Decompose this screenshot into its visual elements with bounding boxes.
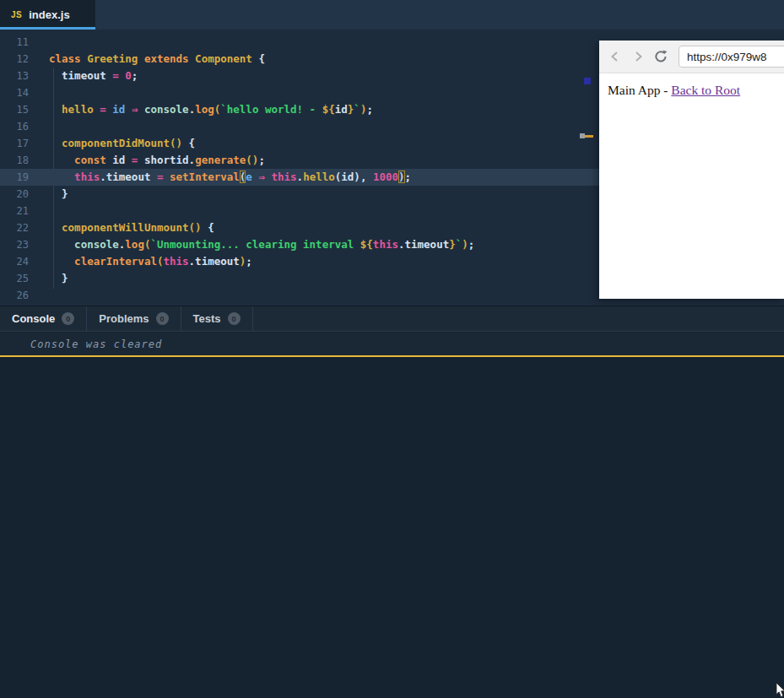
code-token: clearInterval <box>49 255 157 268</box>
code-token: timeout <box>106 170 157 183</box>
code-token: { <box>182 137 195 149</box>
code-text: componentWillUnmount() { <box>49 221 214 234</box>
line-number[interactable]: 11 <box>0 36 29 48</box>
line-number[interactable]: 20 <box>0 188 29 200</box>
code-token: this <box>271 170 296 183</box>
code-token: componentDidMount <box>49 137 170 149</box>
tab-index-js[interactable]: JS index.js <box>0 0 95 30</box>
code-token: timeout <box>405 238 450 251</box>
back-to-root-link[interactable]: Back to Root <box>671 83 740 97</box>
code-token: . <box>189 154 196 166</box>
code-token: ) <box>354 170 360 183</box>
code-token: ⇒ <box>258 170 265 183</box>
refresh-icon <box>653 49 668 64</box>
line-number[interactable]: 17 <box>0 138 29 149</box>
line-number[interactable]: 19 <box>0 171 29 183</box>
line-number[interactable]: 23 <box>0 239 29 251</box>
code-token: extends <box>144 52 195 65</box>
console-tab-console[interactable]: Console0 <box>0 306 87 331</box>
line-number[interactable]: 21 <box>0 205 29 217</box>
back-icon <box>608 49 623 64</box>
line-number[interactable]: 26 <box>0 289 29 301</box>
tab-count-badge: 0 <box>156 312 169 325</box>
mouse-cursor <box>776 683 784 698</box>
code-token: generate <box>195 154 246 166</box>
line-number[interactable]: 14 <box>0 87 29 99</box>
code-text: class Greeting extends Component { <box>49 52 265 65</box>
console-tab-label: Problems <box>99 312 149 325</box>
refresh-button[interactable] <box>653 49 668 64</box>
browser-toolbar <box>599 41 784 73</box>
code-token: ${ <box>322 103 335 116</box>
line-number[interactable]: 18 <box>0 154 29 166</box>
code-token: } <box>49 187 68 200</box>
code-token: { <box>202 221 214 234</box>
console-cleared-message: Console was cleared <box>30 338 162 350</box>
code-token: ; <box>246 255 252 268</box>
console-output-row: Console was cleared <box>0 333 784 355</box>
code-token: = <box>112 69 119 82</box>
code-token: const <box>49 154 112 166</box>
code-token: id <box>335 103 348 116</box>
code-token: componentWillUnmount <box>49 221 189 234</box>
overview-ruler-marker <box>584 78 591 84</box>
console-tab-tests[interactable]: Tests0 <box>181 306 253 331</box>
tab-count-badge: 0 <box>62 312 74 325</box>
code-token: Component <box>195 52 258 65</box>
code-token: , <box>360 170 373 183</box>
code-token: shortid <box>138 154 188 166</box>
file-tab-bar: JS index.js <box>0 0 784 30</box>
forward-icon <box>630 49 646 64</box>
code-token: . <box>189 255 196 268</box>
code-token: . <box>100 170 106 183</box>
console-body[interactable] <box>0 357 784 698</box>
code-token: timeout <box>195 255 240 268</box>
code-token: ; <box>258 154 265 166</box>
code-token <box>138 103 144 116</box>
line-number[interactable]: 16 <box>0 121 29 133</box>
code-token: this <box>163 255 188 268</box>
code-token: ) <box>398 170 405 183</box>
javascript-file-icon: JS <box>11 10 22 19</box>
code-token: ` <box>354 103 360 116</box>
line-number[interactable]: 25 <box>0 273 29 284</box>
back-button[interactable] <box>608 49 623 64</box>
code-token: id <box>112 103 125 116</box>
console-tab-label: Tests <box>193 312 221 325</box>
console-panel-tabs: Console0Problems0Tests0 <box>0 306 784 332</box>
code-token: this <box>373 238 398 251</box>
console-tab-problems[interactable]: Problems0 <box>87 306 181 331</box>
preview-content: Main App - Back to Root <box>599 73 784 107</box>
code-token: console <box>49 238 119 251</box>
code-token: ; <box>132 69 138 82</box>
code-token: . <box>398 238 405 251</box>
code-token: setInterval <box>170 170 240 183</box>
forward-button[interactable] <box>630 49 646 64</box>
code-token: hello <box>49 103 100 116</box>
line-number[interactable]: 12 <box>0 53 29 65</box>
code-token: e <box>246 170 252 183</box>
line-number[interactable]: 24 <box>0 256 29 268</box>
code-token: Greeting <box>87 52 144 65</box>
code-token: class <box>49 52 87 65</box>
code-token: ; <box>366 103 373 116</box>
code-token: () <box>189 221 202 234</box>
code-token: ${ <box>360 238 373 251</box>
code-text: timeout = 0; <box>49 69 138 82</box>
url-bar-wrap <box>679 46 784 68</box>
code-token <box>125 103 132 116</box>
code-text: clearInterval(this.timeout); <box>49 255 252 268</box>
code-token: () <box>246 154 258 166</box>
code-text: const id = shortid.generate(); <box>49 154 265 166</box>
editor-decoration-dash <box>585 135 593 138</box>
code-token: hello <box>303 170 335 183</box>
code-text: console.log(`Unmounting... clearing inte… <box>49 238 474 251</box>
url-input[interactable] <box>679 46 784 68</box>
line-number[interactable]: 22 <box>0 222 29 234</box>
code-token: { <box>258 52 265 65</box>
line-number[interactable]: 15 <box>0 104 29 116</box>
code-token: `hello world! - <box>220 103 322 116</box>
code-token: 1000 <box>373 170 398 183</box>
line-number[interactable]: 13 <box>0 70 29 82</box>
file-tab-label: index.js <box>29 8 69 21</box>
